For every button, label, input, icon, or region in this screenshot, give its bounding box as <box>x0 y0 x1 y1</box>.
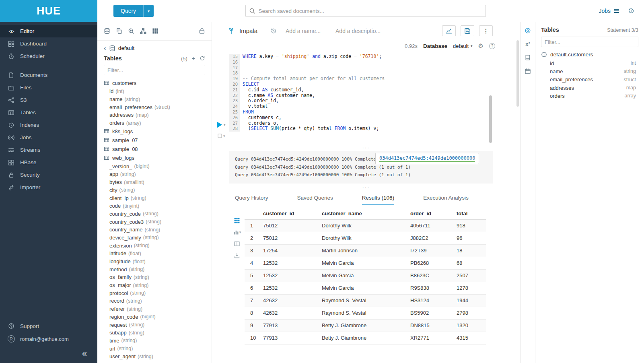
query-history-icon[interactable] <box>270 28 277 34</box>
column-item[interactable]: os_major(string) <box>97 281 212 289</box>
column-item[interactable]: client_ip(string) <box>97 194 212 202</box>
apps-grid-icon[interactable] <box>152 28 158 34</box>
execute-button[interactable]: ▾ <box>217 122 226 128</box>
right-column-item[interactable]: ordersarray <box>541 92 638 100</box>
chart-view-icon[interactable]: ▾ <box>233 229 241 235</box>
table-item[interactable]: k8s_logs <box>97 127 212 136</box>
right-filter-input[interactable] <box>545 39 635 45</box>
column-item[interactable]: id(int) <box>97 87 212 95</box>
column-item[interactable]: country_code3(string) <box>97 218 212 226</box>
database-icon[interactable] <box>104 28 110 34</box>
tab-query-history[interactable]: Query History <box>235 195 268 205</box>
tab-results-106-[interactable]: Results (106) <box>362 195 394 205</box>
sidebar-item-user[interactable]: R romain@gethue.com <box>7 332 90 345</box>
history-icon[interactable] <box>628 8 634 14</box>
query-dropdown-caret-icon[interactable]: ▾ <box>143 5 154 17</box>
sidebar-item-editor[interactable]: </>Editor <box>0 25 97 37</box>
column-item[interactable]: extension(string) <box>97 241 212 250</box>
sidebar-item-hbase[interactable]: HBase <box>0 156 97 169</box>
schedule-icon[interactable] <box>525 68 531 74</box>
tab-saved-queries[interactable]: Saved Queries <box>297 195 333 205</box>
table-item[interactable]: web_logs <box>97 153 212 162</box>
column-item[interactable]: app(string) <box>97 170 212 178</box>
panel-scrollbar[interactable] <box>516 40 519 107</box>
column-item[interactable]: url(string) <box>97 344 212 353</box>
add-table-icon[interactable]: + <box>192 56 195 61</box>
download-icon[interactable] <box>234 252 240 259</box>
column-item[interactable]: country_code(string) <box>97 210 212 218</box>
column-item[interactable]: longitude(float) <box>97 258 212 266</box>
sidebar-item-s3[interactable]: S3 <box>0 94 97 106</box>
search-input[interactable] <box>259 8 486 14</box>
column-item[interactable]: bytes(smallint) <box>97 178 212 186</box>
table-item[interactable]: customers <box>97 78 212 87</box>
sidebar-item-indexes[interactable]: Indexes <box>0 119 97 131</box>
column-item[interactable]: country_name(string) <box>97 226 212 234</box>
sidebar-item-documents[interactable]: Documents <box>0 69 97 81</box>
refresh-icon[interactable] <box>200 56 205 61</box>
sidebar-item-jobs[interactable]: Jobs <box>0 131 97 144</box>
right-column-item[interactable]: idint <box>541 59 638 67</box>
breadcrumb-database[interactable]: default <box>118 45 135 51</box>
assist-filter-input[interactable] <box>107 67 202 73</box>
column-item[interactable]: region_code(bigint) <box>97 313 212 321</box>
resize-handle-icon[interactable]: ··· <box>212 185 520 190</box>
engine-name[interactable]: Impala <box>239 27 257 34</box>
sidebar-collapse-icon[interactable]: « <box>7 349 90 359</box>
column-item[interactable]: referer(string) <box>97 305 212 313</box>
more-options-button[interactable]: ⋮ <box>479 25 493 36</box>
column-item[interactable]: request(string) <box>97 321 212 329</box>
hue-logo[interactable]: HUE <box>0 0 97 22</box>
table-item[interactable]: sample_07 <box>97 136 212 144</box>
bag-icon[interactable] <box>199 28 205 34</box>
sidebar-item-security[interactable]: Security <box>0 169 97 181</box>
column-item[interactable]: record(string) <box>97 297 212 305</box>
column-item[interactable]: user_agent(string) <box>97 353 212 361</box>
column-item[interactable]: device_family(string) <box>97 234 212 242</box>
query-description-input[interactable] <box>335 28 384 34</box>
editor-settings-control[interactable]: ▾ <box>217 133 225 138</box>
back-chevron-icon[interactable]: ‹ <box>104 45 106 52</box>
column-item[interactable]: addresses(map) <box>97 111 212 119</box>
new-query-button[interactable]: Query ▾ <box>113 5 154 17</box>
functions-icon[interactable]: x² <box>525 41 530 47</box>
column-item[interactable]: time(string) <box>97 337 212 345</box>
column-item[interactable]: name(string) <box>97 95 212 103</box>
code-editor[interactable]: 15WHERE a.key = 'shipping' and a.zip_cod… <box>212 54 520 145</box>
documents-copy-icon[interactable] <box>116 28 122 34</box>
tab-execution-analysis[interactable]: Execution Analysis <box>423 195 469 205</box>
chart-button[interactable] <box>442 25 456 36</box>
columns-view-icon[interactable] <box>234 241 240 247</box>
database-select[interactable]: default ▾ <box>453 43 473 49</box>
column-item[interactable]: subapp(string) <box>97 329 212 337</box>
column-item[interactable]: orders(array) <box>97 119 212 127</box>
column-item[interactable]: protocol(string) <box>97 289 212 297</box>
sidebar-item-scheduler[interactable]: Scheduler <box>0 50 97 62</box>
column-item[interactable]: method(string) <box>97 265 212 273</box>
grid-view-icon[interactable] <box>234 217 240 224</box>
active-table-row[interactable]: default.customers <box>541 52 638 58</box>
query-name-input[interactable] <box>286 28 326 34</box>
column-item[interactable]: email_preferences(struct) <box>97 103 212 111</box>
sidebar-item-support[interactable]: Support <box>7 320 90 332</box>
right-column-item[interactable]: email_preferencesstruct <box>541 76 638 84</box>
right-column-item[interactable]: addressesmap <box>541 84 638 92</box>
column-item[interactable]: _version_(bigint) <box>97 162 212 170</box>
sidebar-item-streams[interactable]: Streams <box>0 144 97 156</box>
jobs-link[interactable]: Jobs <box>599 8 620 14</box>
sitemap-icon[interactable] <box>140 28 146 34</box>
table-item[interactable]: sample_08 <box>97 144 212 153</box>
column-item[interactable]: code(tinyint) <box>97 202 212 210</box>
column-item[interactable]: latitude(float) <box>97 250 212 258</box>
settings-gear-icon[interactable]: ⚙ <box>478 42 484 50</box>
save-button[interactable] <box>461 25 474 36</box>
editor-assistant-icon[interactable] <box>525 27 531 34</box>
column-item[interactable]: city(string) <box>97 186 212 194</box>
resize-handle-icon[interactable]: ··· <box>212 145 520 150</box>
help-icon[interactable]: ? <box>489 43 495 49</box>
editor-scrollbar[interactable] <box>489 95 492 143</box>
column-item[interactable]: os_family(string) <box>97 273 212 281</box>
language-reference-icon[interactable] <box>525 54 531 61</box>
right-column-item[interactable]: namestring <box>541 67 638 75</box>
zoom-in-icon[interactable] <box>128 28 134 34</box>
